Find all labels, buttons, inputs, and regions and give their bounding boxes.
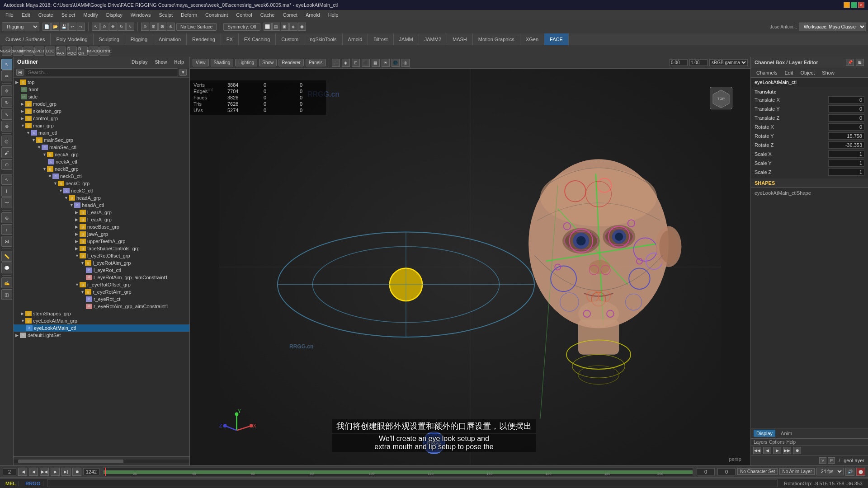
- outliner-sort-btn[interactable]: ▼: [179, 69, 187, 76]
- tab-xgen[interactable]: XGen: [520, 33, 544, 45]
- tree-item-heada-ctl[interactable]: ▼ c headA_ctl: [14, 202, 189, 209]
- menu-edit[interactable]: Edit: [18, 11, 34, 19]
- tree-item-upperteeth-grp[interactable]: ▶ g upperTeethA_grp: [14, 238, 189, 245]
- tree-item-leara-grp2[interactable]: ▶ g l_earA_grp: [14, 216, 189, 223]
- rp-anim-tab[interactable]: Anim: [778, 430, 795, 437]
- tab-jamm2[interactable]: JAMM2: [419, 33, 447, 45]
- tab-fx[interactable]: FX: [221, 33, 239, 45]
- outliner-scrollbar[interactable]: [14, 456, 189, 465]
- tree-item-mainsec-ctl[interactable]: ▼ c mainSec_ctl: [14, 144, 189, 151]
- menu-arnold[interactable]: Arnold: [302, 11, 324, 19]
- status-mel[interactable]: MEL: [3, 481, 19, 486]
- ch-channels[interactable]: Channels: [755, 70, 779, 76]
- tb-scale[interactable]: ⤡: [126, 23, 134, 31]
- tree-item-leyerotoffset-grp[interactable]: ▼ g l_eyeRotOffset_grp: [14, 252, 189, 259]
- ch-object[interactable]: Object: [798, 70, 816, 76]
- channel-scale-y-input[interactable]: [828, 160, 864, 167]
- tl-playhead[interactable]: [105, 468, 106, 476]
- tree-item-main-grp[interactable]: ▼ g main_grp: [14, 122, 189, 129]
- tb-open[interactable]: 📂: [51, 23, 59, 31]
- tab-rigging[interactable]: Rigging: [125, 33, 153, 45]
- channel-scale-z[interactable]: Scale Z: [751, 168, 868, 177]
- vp-wire-btn[interactable]: ⊡: [352, 59, 360, 67]
- vp-exposure-input[interactable]: [689, 59, 708, 66]
- tb-render4[interactable]: ◈: [289, 23, 297, 31]
- minimize-button[interactable]: _: [844, 2, 850, 8]
- tb-redo[interactable]: ↪: [77, 23, 85, 31]
- tb-snap1[interactable]: ⊕: [141, 23, 149, 31]
- rp-next-frame-btn[interactable]: ▶: [773, 447, 781, 454]
- tb-jammsym[interactable]: JammSym: [24, 47, 33, 56]
- channel-translate-y-input[interactable]: [828, 105, 864, 113]
- tab-sculpting[interactable]: Sculpting: [94, 33, 125, 45]
- tool-bind[interactable]: ⋈: [1, 236, 12, 247]
- tl-go-start[interactable]: |◀: [18, 468, 27, 476]
- range-start-input[interactable]: [697, 468, 715, 475]
- tl-prev-key[interactable]: ◀: [29, 468, 38, 476]
- tree-item-reyerotoffset-grp[interactable]: ▼ g r_eyeRotOffset_grp: [14, 281, 189, 288]
- tl-play[interactable]: ▶: [51, 468, 60, 476]
- outliner-search-input[interactable]: [25, 68, 178, 76]
- tree-item-heada-grp[interactable]: ▼ g headA_grp: [14, 194, 189, 202]
- vp-colorspace-select[interactable]: sRGB gamma: [709, 59, 748, 66]
- tab-face[interactable]: FACE: [544, 33, 569, 45]
- channel-rotate-x[interactable]: Rotate X: [751, 122, 868, 131]
- tree-item-reyerotaim-grp[interactable]: ▼ g r_eyeRotAim_grp: [14, 288, 189, 296]
- tb-corre[interactable]: CORRE: [99, 47, 109, 56]
- channel-scale-z-input[interactable]: [828, 169, 864, 176]
- channel-translate-x[interactable]: Translate X: [751, 95, 868, 104]
- ch-edit[interactable]: Edit: [783, 70, 795, 76]
- tool-xray[interactable]: ◫: [1, 289, 12, 300]
- tool-lasso[interactable]: ⊙: [1, 159, 12, 170]
- tool-universal[interactable]: ⊕: [1, 121, 12, 131]
- rp-prev-frame-btn[interactable]: ◀: [763, 447, 771, 454]
- tb-render2[interactable]: ▤: [272, 23, 280, 31]
- tab-custom[interactable]: Custom: [276, 33, 304, 45]
- tb-dor[interactable]: D OR: [78, 47, 88, 56]
- tool-joint[interactable]: ⊕: [1, 212, 12, 223]
- tree-item-necka-ctl[interactable]: c neckA_ctl: [14, 158, 189, 165]
- tree-item-reyerotaim-constraint[interactable]: ⊕ r_eyeRotAim_grp_aimConstraint1: [14, 303, 189, 310]
- channel-rotate-y-input[interactable]: [828, 132, 864, 140]
- mel-command-input[interactable]: [47, 479, 778, 487]
- vp-ssao-btn[interactable]: ◎: [401, 59, 410, 67]
- tree-item-necka-grp[interactable]: ▼ g neckA_grp: [14, 151, 189, 158]
- rp-display-tab[interactable]: Display: [754, 430, 775, 437]
- tree-item-front[interactable]: m front: [14, 86, 189, 93]
- tab-curves-surfaces[interactable]: Curves / Surfaces: [0, 33, 51, 45]
- channel-scale-y[interactable]: Scale Y: [751, 159, 868, 168]
- outliner-filter-btn[interactable]: ⊞: [16, 69, 24, 76]
- channel-scale-x[interactable]: Scale X: [751, 150, 868, 159]
- tool-ik[interactable]: ↕: [1, 224, 12, 235]
- tree-item-control-grp[interactable]: ▶ g control_grp: [14, 115, 189, 122]
- tool-rotate[interactable]: ↻: [1, 97, 12, 108]
- tb-snap2[interactable]: ⊞: [150, 23, 158, 31]
- tree-item-nosebase-grp[interactable]: ▶ g noseBase_grp: [14, 223, 189, 230]
- tab-rendering[interactable]: Rendering: [187, 33, 221, 45]
- tb-dpoc[interactable]: D POC: [67, 47, 77, 56]
- tree-item-eyelookatmain-grp[interactable]: ▼ g eyeLookAtMain_grp: [14, 317, 189, 324]
- tree-item-skeleton-grp[interactable]: ▶ g skeleton_grp: [14, 108, 189, 115]
- no-char-set[interactable]: No Character Set: [737, 468, 778, 475]
- tab-bifrost[interactable]: Bifrost: [368, 33, 393, 45]
- current-frame-input[interactable]: [3, 468, 16, 475]
- tb-snap3[interactable]: ⊠: [158, 23, 166, 31]
- rp-p-btn[interactable]: P: [828, 457, 835, 464]
- tree-item-leyerotaim-constraint[interactable]: ⊕ l_eyeRotAim_grp_aimConstraint1: [14, 274, 189, 281]
- tb-lasso[interactable]: ⊙: [100, 23, 108, 31]
- tab-poly-modeling[interactable]: Poly Modeling: [51, 33, 93, 45]
- tool-scale[interactable]: ⤡: [1, 109, 12, 120]
- menu-file[interactable]: File: [2, 11, 17, 19]
- vp-renderer-menu[interactable]: Renderer: [278, 59, 304, 66]
- tool-soft[interactable]: ◎: [1, 136, 12, 146]
- tab-motion-graphics[interactable]: Motion Graphics: [473, 33, 520, 45]
- tb-new[interactable]: 📄: [42, 23, 51, 31]
- rp-col-btn[interactable]: ⊞: [856, 59, 864, 66]
- tool-measure[interactable]: 📏: [1, 251, 12, 262]
- channel-translate-x-input[interactable]: [828, 96, 864, 103]
- mode-dropdown[interactable]: Rigging Modeling Animation: [2, 22, 39, 31]
- menu-sculpt[interactable]: Sculpt: [155, 11, 176, 19]
- symmetry-button[interactable]: Symmetry: Off: [223, 23, 260, 31]
- menu-deform[interactable]: Deform: [177, 11, 201, 19]
- menu-display[interactable]: Display: [103, 11, 126, 19]
